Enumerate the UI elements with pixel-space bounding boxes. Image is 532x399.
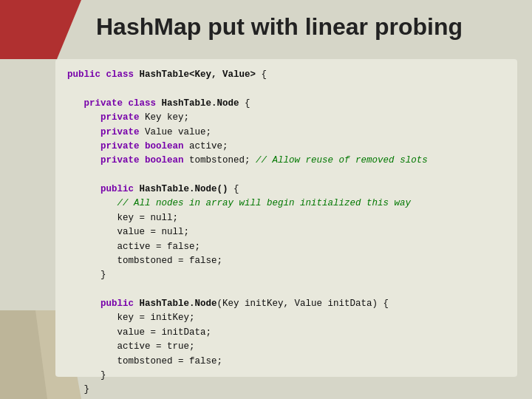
slide-title: HashMap put with linear probing: [96, 13, 463, 41]
code-block: public class HashTable<Key, Value> { pri…: [55, 59, 517, 377]
deco-top-left: [0, 0, 81, 59]
